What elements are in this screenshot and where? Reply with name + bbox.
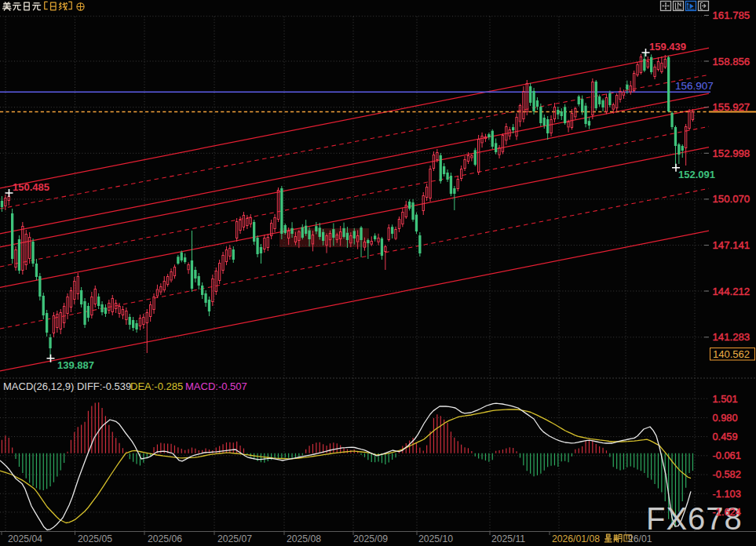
svg-text:MACD(26,12,9) DIFF:-0.539: MACD(26,12,9) DIFF:-0.539 — [3, 380, 131, 392]
svg-text:2025/08: 2025/08 — [287, 533, 321, 544]
svg-text:0.980: 0.980 — [713, 412, 738, 424]
svg-text:-1.103: -1.103 — [713, 488, 741, 500]
svg-text:-0.061: -0.061 — [713, 450, 741, 461]
svg-text:2025/05: 2025/05 — [78, 533, 112, 544]
svg-text:140.562: 140.562 — [713, 348, 750, 360]
svg-text:152.091: 152.091 — [678, 169, 715, 180]
svg-text:158.856: 158.856 — [713, 56, 751, 67]
svg-text:2025/10: 2025/10 — [418, 533, 453, 544]
svg-text:2025/06: 2025/06 — [148, 533, 182, 544]
svg-text:2025/07: 2025/07 — [217, 533, 252, 544]
svg-text:2025/11: 2025/11 — [491, 533, 525, 544]
svg-text:2025/04: 2025/04 — [8, 533, 42, 544]
svg-text:150.070: 150.070 — [713, 193, 751, 205]
svg-text:147.141: 147.141 — [713, 239, 751, 251]
svg-text:0.459: 0.459 — [713, 431, 738, 442]
svg-text:159.439: 159.439 — [649, 41, 686, 53]
svg-text:MACD:-0.507: MACD:-0.507 — [185, 380, 247, 392]
svg-text:161.785: 161.785 — [713, 9, 751, 21]
svg-text:-0.582: -0.582 — [713, 468, 741, 480]
svg-text:2026/01/08: 2026/01/08 — [552, 533, 600, 544]
svg-text:DEA:-0.285: DEA:-0.285 — [130, 380, 183, 392]
svg-text:2025/09: 2025/09 — [353, 533, 388, 544]
svg-text:156.907: 156.907 — [675, 80, 714, 92]
svg-text:139.887: 139.887 — [57, 359, 94, 371]
svg-text:152.998: 152.998 — [713, 147, 751, 159]
svg-text:1.501: 1.501 — [713, 393, 738, 405]
svg-text:-1.624: -1.624 — [713, 506, 741, 518]
svg-text:155.927: 155.927 — [713, 101, 751, 113]
svg-text:141.283: 141.283 — [713, 331, 751, 343]
svg-text:150.485: 150.485 — [13, 181, 49, 193]
svg-text:144.212: 144.212 — [713, 286, 751, 297]
